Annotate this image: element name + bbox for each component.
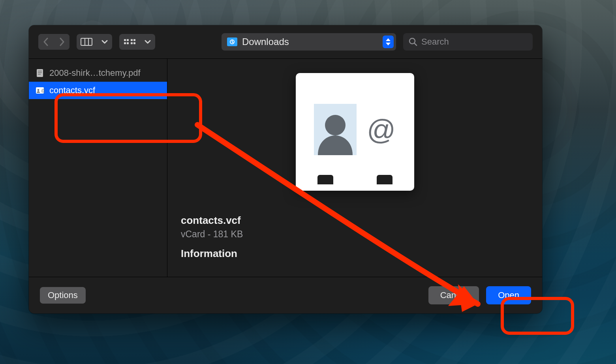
file-name: contacts.vcf [49, 85, 95, 96]
nav-forward-button[interactable] [54, 34, 69, 50]
stepper-icon [383, 36, 394, 48]
open-button[interactable]: Open [486, 286, 531, 304]
open-file-dialog: Downloads 2008-shirk…tchemy.pdf @ contac… [29, 25, 542, 313]
column-view-button[interactable] [77, 34, 96, 50]
document-icon [35, 68, 45, 78]
file-name: 2008-shirk…tchemy.pdf [49, 68, 141, 78]
svg-rect-7 [131, 39, 133, 41]
vcard-graphic: @ [296, 84, 414, 175]
chevron-right-icon [59, 38, 65, 46]
view-mode-dropdown-button[interactable] [97, 34, 112, 50]
preview-kind-size: vCard - 181 KB [181, 229, 529, 240]
folder-icon [227, 38, 237, 46]
cancel-button[interactable]: Cancel [428, 286, 479, 304]
file-list[interactable]: 2008-shirk…tchemy.pdf @ contacts.vcf [29, 59, 167, 277]
list-item[interactable]: 2008-shirk…tchemy.pdf [29, 64, 167, 82]
grouping-button[interactable] [119, 34, 139, 50]
at-sign-icon: @ [367, 113, 396, 146]
svg-text:@: @ [41, 88, 45, 93]
grouping-segment [119, 34, 155, 50]
chevron-left-icon [43, 38, 49, 46]
svg-rect-16 [38, 72, 42, 73]
view-mode-segment [77, 34, 113, 50]
vcard-preview-card: @ [296, 73, 414, 191]
dialog-footer: Options Cancel Open [29, 277, 542, 313]
rolodex-tabs-icon [296, 175, 414, 191]
svg-point-21 [325, 115, 346, 135]
svg-rect-0 [81, 38, 92, 45]
person-icon [314, 104, 357, 155]
svg-rect-4 [127, 39, 129, 41]
dialog-toolbar: Downloads [29, 25, 542, 59]
svg-rect-10 [133, 42, 135, 44]
search-input[interactable] [421, 37, 530, 47]
chevron-down-icon [145, 39, 151, 44]
grouping-dropdown-button[interactable] [140, 34, 155, 50]
columns-icon [81, 38, 92, 46]
group-by-icon [123, 38, 136, 46]
search-field-wrap [403, 33, 533, 51]
preview-filename: contacts.vcf [181, 214, 529, 227]
nav-back-button[interactable] [38, 34, 53, 50]
options-button[interactable]: Options [40, 287, 86, 304]
location-popup[interactable]: Downloads [222, 33, 396, 51]
dialog-body: 2008-shirk…tchemy.pdf @ contacts.vcf [29, 59, 542, 277]
svg-point-19 [38, 89, 39, 91]
svg-line-13 [415, 43, 417, 46]
svg-rect-6 [127, 42, 129, 44]
file-preview: @ contacts.vcf vCard - 181 KB Informatio… [167, 59, 542, 277]
svg-rect-3 [124, 39, 126, 41]
svg-rect-8 [133, 39, 135, 41]
preview-info-header: Information [181, 248, 529, 260]
list-item[interactable]: @ contacts.vcf [29, 82, 167, 99]
chevron-down-icon [101, 39, 108, 44]
search-icon [409, 38, 417, 46]
nav-back-forward-seg [38, 34, 69, 50]
svg-rect-17 [38, 74, 41, 75]
vcard-icon: @ [35, 86, 45, 95]
svg-rect-9 [131, 42, 133, 44]
preview-meta: contacts.vcf vCard - 181 KB Information [177, 214, 533, 260]
location-label: Downloads [242, 36, 289, 47]
svg-rect-15 [38, 71, 42, 71]
svg-rect-5 [124, 42, 126, 44]
